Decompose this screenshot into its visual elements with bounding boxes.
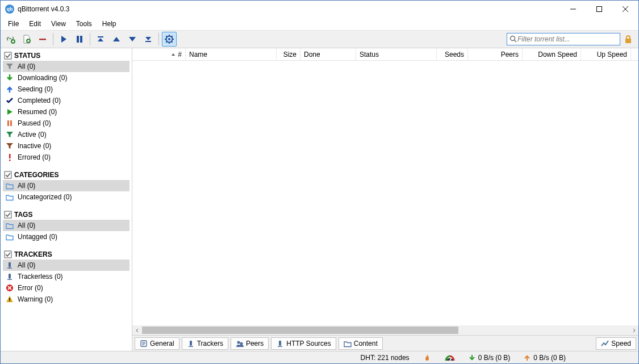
chevron-left-icon [135,328,140,333]
svg-point-42 [237,341,240,344]
filter-status-6[interactable]: Active (0) [3,129,130,140]
column-up speed[interactable]: Up Speed [581,48,631,60]
tracker-icon [276,340,284,348]
toolbar-separator [158,33,159,45]
column-seeds[interactable]: Seeds [437,48,468,60]
column-label: Up Speed [597,51,627,58]
move-down-button[interactable] [125,32,140,47]
file-add-icon [22,35,31,44]
lock-button[interactable] [624,35,633,44]
dht-status[interactable]: DHT: 221 nodes [361,354,410,362]
horizontal-scrollbar[interactable] [132,325,638,335]
firewall-status[interactable] [423,354,431,362]
down-icon [128,35,137,44]
pause-icon [75,35,84,44]
column-status[interactable]: Status [356,48,437,60]
exclaim-icon [5,153,14,162]
filter-label: Warning (0) [18,295,53,303]
scroll-track[interactable] [142,325,629,335]
filter-status-2[interactable]: Seeding (0) [3,83,130,95]
menu-tools[interactable]: Tools [71,19,97,29]
column-size[interactable]: Size [277,48,300,60]
filter-tags-0[interactable]: All (0) [3,220,130,231]
move-bottom-button[interactable] [141,32,156,47]
tab-trackers[interactable]: Trackers [182,337,228,350]
column-label: Status [360,51,379,58]
filter-status-5[interactable]: Paused (0) [3,118,130,129]
filter-status-1[interactable]: Downloading (0) [3,72,130,83]
filter-trackers-1[interactable]: Trackerless (0) [3,271,130,282]
tab-peers[interactable]: Peers [231,337,269,350]
filter-status-0[interactable]: All (0) [3,61,130,72]
pause-button[interactable] [72,32,87,47]
app-icon: qb [5,5,14,14]
filter-status-3[interactable]: Completed (0) [3,95,130,106]
minimize-button[interactable] [560,1,586,18]
dht-label: DHT: 221 nodes [361,354,410,362]
check-icon [5,96,14,105]
gauge-icon [445,354,455,362]
remove-button[interactable] [35,32,50,47]
preferences-button[interactable] [162,32,177,47]
tab-content[interactable]: Content [339,337,383,350]
maximize-button[interactable] [586,1,612,18]
filter-label: Inactive (0) [18,142,51,150]
filter-tags-1[interactable]: Untagged (0) [3,231,130,242]
column-#[interactable]: # [132,48,186,60]
menu-help[interactable]: Help [97,19,122,29]
svg-rect-28 [9,160,11,161]
section-header-trackers[interactable]: TRACKERS [3,249,130,260]
filter-search[interactable] [507,33,620,45]
menu-view[interactable]: View [46,19,71,29]
section-header-tags[interactable]: TAGS [3,210,130,220]
column-done[interactable]: Done [300,48,356,60]
move-up-button[interactable] [109,32,124,47]
top-icon [96,35,105,44]
add-file-button[interactable] [19,32,34,47]
filter-trackers-0[interactable]: All (0) [3,260,130,271]
filter-trackers-3[interactable]: Warning (0) [3,294,130,305]
menu-edit[interactable]: Edit [24,19,46,29]
error-icon [5,283,14,292]
filter-categories-1[interactable]: Uncategorized (0) [3,191,130,203]
filter-status-4[interactable]: Resumed (0) [3,106,130,118]
filter-status-7[interactable]: Inactive (0) [3,140,130,152]
move-top-button[interactable] [93,32,108,47]
filter-trackers-2[interactable]: Error (0) [3,282,130,294]
svg-rect-23 [625,39,631,43]
section-header-categories[interactable]: CATEGORIES [3,170,130,180]
section-header-status[interactable]: STATUS [3,51,130,61]
filter-status-8[interactable]: Errored (0) [3,152,130,163]
menu-file[interactable]: File [3,19,24,29]
upload-speed[interactable]: 0 B/s (0 B) [524,354,566,362]
arrow-down-icon [469,354,475,361]
column-name[interactable]: Name [186,48,277,60]
scroll-thumb[interactable] [142,327,458,334]
column-peers[interactable]: Peers [468,48,523,60]
resume-button[interactable] [56,32,71,47]
statusbar: DHT: 221 nodes 0 B/s (0 B) 0 B/s (0 B) [1,351,638,363]
filter-input[interactable] [517,35,617,43]
scroll-left-button[interactable] [132,325,142,335]
scroll-right-button[interactable] [629,325,638,335]
tab-label: Speed [611,340,631,348]
download-speed[interactable]: 0 B/s (0 B) [469,354,511,362]
filter-categories-0[interactable]: All (0) [3,180,130,191]
svg-rect-31 [5,251,11,258]
table-body [132,61,638,325]
close-button[interactable] [612,1,638,18]
column-down speed[interactable]: Down Speed [523,48,581,60]
tab-general[interactable]: General [135,337,179,350]
column-label: # [178,51,182,58]
tab-http sources[interactable]: HTTP Sources [271,337,336,350]
section-title: TRACKERS [14,250,52,258]
speed-limit-status[interactable] [445,354,455,362]
column-label: Down Speed [538,51,577,58]
filter-label: Active (0) [18,131,47,139]
add-link-button[interactable] [3,32,18,47]
tab-speed[interactable]: Speed [596,337,636,350]
svg-rect-44 [279,341,281,345]
filter-label: Trackerless (0) [18,273,63,281]
svg-rect-24 [5,52,11,59]
gear-icon [165,35,174,44]
